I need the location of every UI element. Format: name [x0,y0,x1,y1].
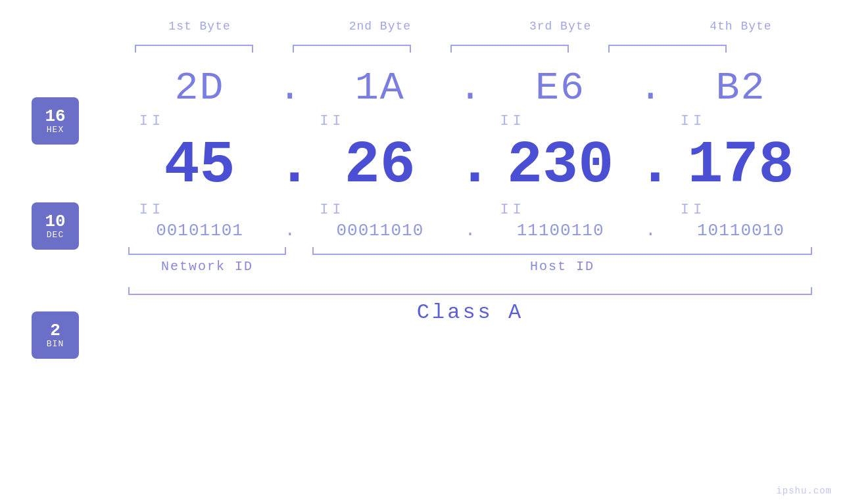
dec-dot3: . [637,132,664,199]
dec-dot1: . [277,132,303,199]
bracket-b4 [602,39,733,53]
eq2-b1: II [86,202,218,218]
dec-badge: 10 DEC [32,202,79,250]
hex-badge-number: 16 [45,108,65,125]
hex-b4: B2 [675,66,806,110]
eq1-b3: II [447,113,579,129]
bracket-b3 [444,39,575,53]
dec-b4: 178 [675,132,806,199]
bracket-top-b3 [450,45,569,53]
eq1-b1: II [86,113,218,129]
bin-badge-label: BIN [47,339,64,349]
dec-dot2: . [457,132,483,199]
id-labels: Network ID Host ID [128,259,812,274]
bin-badge-number: 2 [50,322,60,339]
hex-badge-label: HEX [47,125,64,135]
class-bracket-line [128,287,812,295]
hex-b2: 1A [314,66,446,110]
eq1-b4: II [627,113,759,129]
bracket-b1 [128,39,260,53]
dec-b2: 26 [314,132,446,199]
bin-dot1: . [277,221,303,241]
dec-b1: 45 [134,132,266,199]
eq1-b2: II [266,113,398,129]
hex-row: 2D . 1A . E6 . B2 [128,66,812,110]
byte2-header: 2nd Byte [314,20,446,33]
bin-b3: 11100110 [495,221,626,241]
hex-b3: E6 [495,66,626,110]
bin-dot2: . [457,221,483,241]
byte1-header: 1st Byte [134,20,266,33]
bracket-top-b1 [135,45,253,53]
bottom-brackets [128,247,812,255]
bin-b4: 10110010 [675,221,806,241]
host-bracket [312,247,812,255]
eq2-b4: II [627,202,759,218]
hex-b1: 2D [134,66,266,110]
byte4-header: 4th Byte [675,20,806,33]
hex-dot1: . [277,66,303,110]
bracket-top-b4 [608,45,727,53]
bin-b1: 00101101 [134,221,266,241]
class-label: Class A [128,300,812,325]
dec-b3: 230 [495,132,626,199]
watermark: ipshu.com [776,486,832,496]
bin-badge: 2 BIN [32,311,79,359]
equals-row-2: II II II II [81,202,765,218]
byte3-header: 3rd Byte [495,20,626,33]
hex-dot2: . [457,66,483,110]
bin-b2: 00011010 [314,221,446,241]
class-row: Class A [128,287,812,325]
hex-dot3: . [637,66,664,110]
byte-headers: 1st Byte 2nd Byte 3rd Byte 4th Byte [128,20,812,33]
bin-dot3: . [637,221,664,241]
network-bracket [128,247,286,255]
host-id-label: Host ID [312,259,812,274]
network-id-label: Network ID [128,259,286,274]
top-brackets [128,39,812,53]
eq2-b3: II [447,202,579,218]
bracket-top-b2 [293,45,411,53]
bracket-b2 [286,39,418,53]
dec-badge-number: 10 [45,213,65,230]
equals-row-1: II II II II [81,113,765,129]
dec-badge-label: DEC [47,230,64,240]
main-container: 16 HEX 10 DEC 2 BIN 1st Byte 2nd Byte 3r… [0,0,845,504]
eq2-b2: II [266,202,398,218]
hex-badge: 16 HEX [32,97,79,145]
bottom-bracket-area: Network ID Host ID [128,247,812,274]
bin-row: 00101101 . 00011010 . 11100110 . 1011001… [128,221,812,241]
dec-row: 45 . 26 . 230 . 178 [128,132,812,199]
